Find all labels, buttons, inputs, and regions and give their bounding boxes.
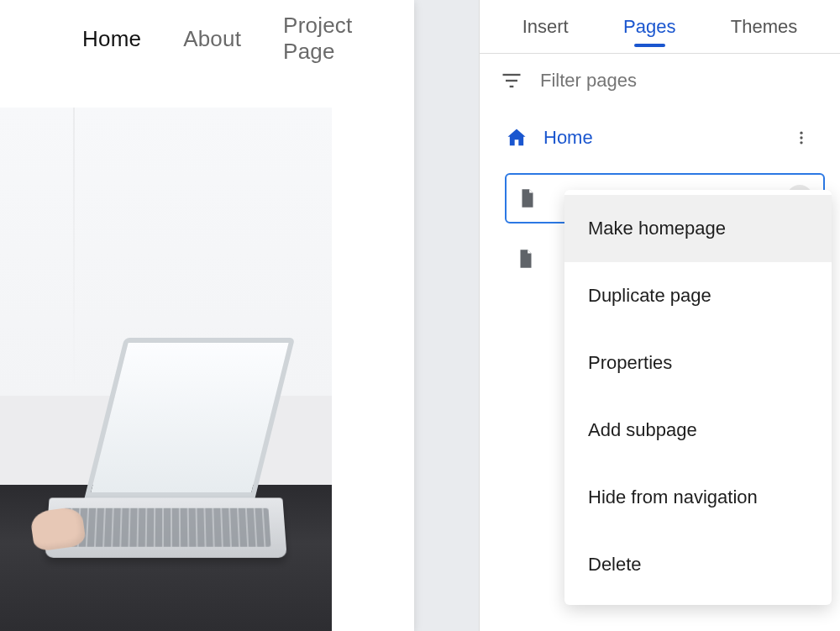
page-context-menu: Make homepage Duplicate page Properties … [564, 190, 832, 605]
tab-pages[interactable]: Pages [620, 8, 679, 46]
filter-row [480, 54, 840, 108]
page-icon [515, 248, 537, 270]
site-nav: Home About Project Page [0, 0, 414, 77]
hero-image [0, 108, 332, 631]
nav-link-home[interactable]: Home [82, 26, 141, 52]
page-icon [517, 187, 538, 209]
more-icon[interactable] [788, 124, 815, 151]
svg-point-5 [800, 141, 802, 144]
svg-point-3 [800, 132, 802, 134]
tab-insert[interactable]: Insert [519, 8, 572, 46]
site-preview: Home About Project Page [0, 0, 414, 631]
filter-icon [500, 69, 523, 92]
page-row-home[interactable]: Home [495, 113, 825, 163]
tab-themes[interactable]: Themes [727, 8, 801, 46]
menu-hide-from-navigation[interactable]: Hide from navigation [564, 464, 832, 531]
panel-tabs: Insert Pages Themes [480, 0, 840, 54]
nav-link-about[interactable]: About [183, 26, 241, 52]
menu-delete[interactable]: Delete [564, 531, 832, 598]
nav-link-project-page[interactable]: Project Page [283, 13, 389, 65]
page-row-label: Home [543, 127, 593, 149]
menu-duplicate-page[interactable]: Duplicate page [564, 262, 832, 329]
menu-make-homepage[interactable]: Make homepage [564, 195, 832, 262]
menu-properties[interactable]: Properties [564, 329, 832, 397]
svg-point-4 [800, 136, 802, 139]
home-icon [505, 126, 528, 150]
preview-canvas: Home About Project Page [0, 0, 454, 631]
menu-add-subpage[interactable]: Add subpage [564, 397, 832, 464]
filter-input[interactable] [538, 69, 820, 92]
